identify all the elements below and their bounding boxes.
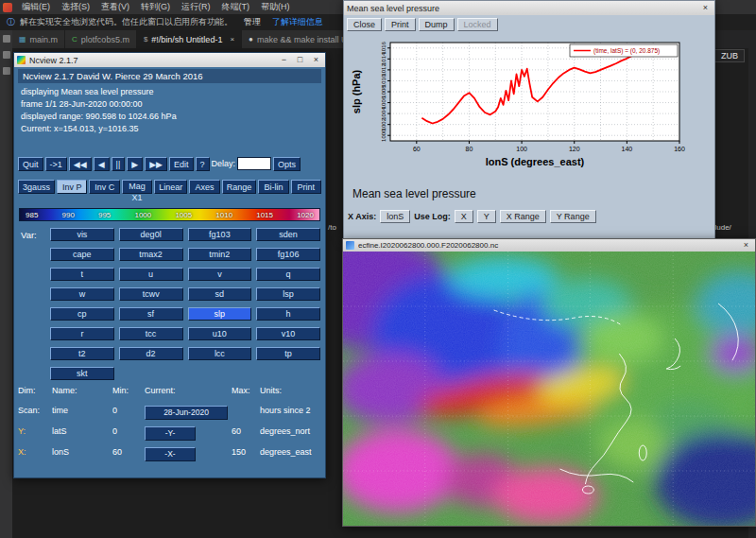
dim-current-button[interactable]: -X- — [145, 447, 196, 461]
option-inv-c-button[interactable]: Inv C — [89, 180, 119, 194]
y-axis-title: slp (hPa) — [351, 69, 362, 113]
manage-link[interactable]: 管理 — [244, 16, 261, 28]
explorer-icon[interactable] — [3, 35, 10, 43]
var-slp-button[interactable]: slp — [188, 307, 252, 321]
code-fragment-zub: ZUB — [714, 49, 745, 62]
menu-item[interactable]: 选择(S) — [56, 0, 95, 14]
colorbar-tick: 1010 — [215, 209, 232, 220]
ncview-app-icon — [17, 56, 26, 64]
option-inv-p-button[interactable]: Inv P — [57, 180, 87, 194]
editor-tab[interactable]: $#!/bin/sh Untitled-1× — [137, 30, 242, 48]
x-range-button[interactable]: X Range — [500, 210, 546, 223]
var-sf-button[interactable]: sf — [119, 307, 183, 321]
dim-current-button[interactable]: -Y- — [145, 426, 196, 441]
var-r-button[interactable]: r — [50, 327, 114, 340]
close-icon[interactable]: × — [310, 54, 322, 66]
var-cp-button[interactable]: cp — [50, 307, 114, 321]
dim-label[interactable]: Y: — [18, 426, 52, 436]
fast-forward-icon[interactable]: ▶▶ — [145, 157, 167, 171]
var-lcc-button[interactable]: lcc — [188, 347, 252, 360]
option-bi-lin-button[interactable]: Bi-lin — [258, 180, 288, 194]
close-icon[interactable]: × — [740, 239, 752, 252]
menu-item[interactable]: 转到(G) — [135, 0, 176, 14]
var-vis-button[interactable]: vis — [50, 228, 114, 241]
var-u10-button[interactable]: u10 — [188, 327, 252, 340]
option-mag-x1-button[interactable]: Mag X1 — [122, 180, 152, 194]
dim-units: degrees_nort — [260, 426, 323, 436]
menu-item[interactable]: 编辑(E) — [16, 0, 56, 14]
menu-item[interactable]: 帮助(H) — [255, 0, 296, 14]
editor-tab[interactable]: ▦main.m — [12, 30, 65, 48]
ncview-titlebar[interactable]: Ncview 2.1.7 − □ × — [14, 53, 325, 67]
search-icon[interactable] — [3, 51, 10, 59]
play-icon[interactable]: ▶ — [127, 157, 143, 171]
extensions-icon[interactable] — [3, 67, 10, 75]
log-y-button[interactable]: Y — [477, 210, 496, 223]
dim-name: time — [52, 406, 112, 415]
goto-frame-button[interactable]: ->1 — [45, 157, 67, 171]
dump-button[interactable]: Dump — [419, 18, 455, 31]
close-button[interactable]: Close — [347, 18, 382, 31]
step-back-icon[interactable]: ◀ — [94, 157, 110, 171]
var-sden-button[interactable]: sden — [256, 228, 320, 241]
var-u-button[interactable]: u — [119, 268, 183, 281]
help-button[interactable]: ? — [196, 157, 210, 171]
colorbar[interactable]: 98599099510001005101010151020 — [19, 208, 320, 221]
var-t-button[interactable]: t — [50, 268, 114, 281]
var-q-button[interactable]: q — [256, 268, 320, 281]
var-tmin2-button[interactable]: tmin2 — [188, 248, 252, 261]
var-skt-button[interactable]: skt — [50, 367, 114, 380]
log-x-button[interactable]: X — [455, 210, 473, 223]
var-tcwv-button[interactable]: tcwv — [119, 287, 183, 301]
minimize-icon[interactable]: − — [278, 54, 290, 66]
colorbar-tick: 1015 — [256, 209, 273, 220]
var-tmax2-button[interactable]: tmax2 — [119, 248, 183, 261]
edit-button[interactable]: Edit — [169, 157, 194, 171]
quit-button[interactable]: Quit — [18, 157, 43, 171]
var-v-button[interactable]: v — [188, 268, 252, 281]
x-axis-select-button[interactable]: lonS — [380, 210, 410, 223]
option-3gauss-button[interactable]: 3gauss — [18, 180, 55, 194]
editor-tab[interactable]: Cplotfcobs5.m — [65, 30, 137, 48]
y-range-button[interactable]: Y Range — [550, 210, 596, 223]
netcdf-file-icon — [346, 241, 354, 250]
close-icon[interactable]: × — [230, 35, 234, 43]
option-axes-button[interactable]: Axes — [189, 180, 219, 194]
slp-line-chart[interactable]: 6080100120140160100010021004100610081010… — [349, 35, 710, 179]
app-icon[interactable] — [3, 3, 12, 12]
var-tp-button[interactable]: tp — [256, 347, 320, 360]
learn-more-link[interactable]: 了解详细信息 — [272, 16, 323, 28]
var-lsp-button[interactable]: lsp — [256, 287, 320, 301]
dim-current-wrap: -X- — [145, 443, 232, 461]
opts-button[interactable]: Opts — [273, 157, 301, 171]
menu-item[interactable]: 查看(V) — [95, 0, 135, 14]
plot-titlebar[interactable]: Mean sea level pressure × — [344, 1, 714, 15]
var-d2-button[interactable]: d2 — [119, 347, 183, 360]
rewind-icon[interactable]: ◀◀ — [69, 157, 92, 171]
var-t2-button[interactable]: t2 — [50, 347, 114, 360]
var-deg0l-button[interactable]: deg0l — [119, 228, 183, 241]
option-linear-button[interactable]: Linear — [154, 180, 187, 194]
map-titlebar[interactable]: ecfine.I2020062800.000.F2020062800.nc × — [343, 239, 755, 252]
delay-input[interactable] — [237, 157, 271, 170]
var-tcc-button[interactable]: tcc — [119, 327, 183, 340]
maximize-icon[interactable]: □ — [294, 54, 306, 66]
pause-icon[interactable]: || — [112, 157, 126, 171]
weather-map-image[interactable] — [343, 252, 755, 526]
var-h-button[interactable]: h — [256, 307, 320, 321]
var-fg106-button[interactable]: fg106 — [256, 248, 320, 261]
var-cape-button[interactable]: cape — [50, 248, 114, 261]
var-fg103-button[interactable]: fg103 — [188, 228, 252, 241]
option-print-button[interactable]: Print — [291, 180, 321, 194]
print-button[interactable]: Print — [385, 18, 416, 31]
close-icon[interactable]: × — [699, 2, 712, 14]
var-v10-button[interactable]: v10 — [256, 327, 320, 340]
dim-label[interactable]: X: — [18, 447, 52, 457]
file-icon: ● — [249, 35, 253, 43]
menu-item[interactable]: 运行(R) — [176, 0, 216, 14]
var-sd-button[interactable]: sd — [188, 287, 252, 301]
option-range-button[interactable]: Range — [222, 180, 257, 194]
var-w-button[interactable]: w — [50, 287, 114, 301]
dim-current-button[interactable]: 28-Jun-2020 — [145, 406, 228, 420]
menu-item[interactable]: 终端(T) — [216, 0, 256, 14]
